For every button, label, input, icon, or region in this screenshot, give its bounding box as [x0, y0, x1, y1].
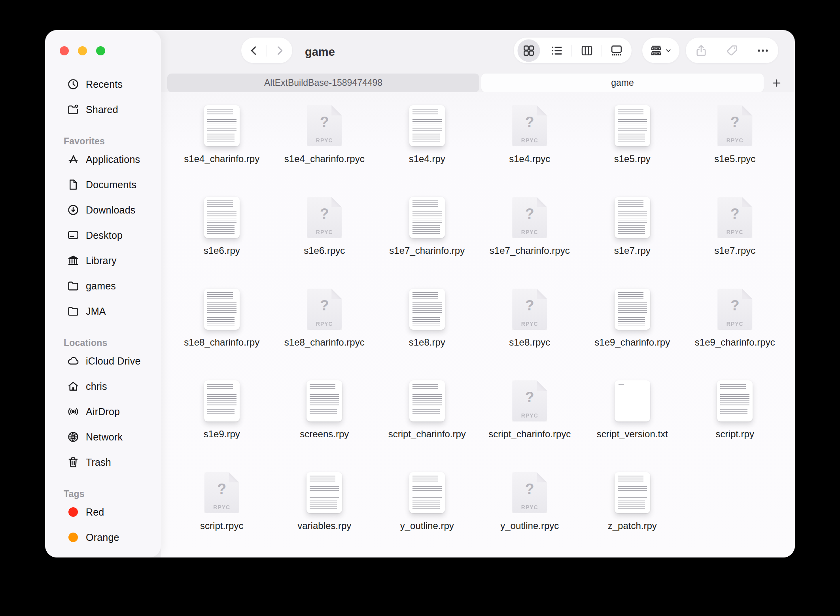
share-button[interactable]	[694, 38, 708, 63]
sidebar-item-label: chris	[86, 381, 107, 392]
file-item[interactable]: z_patch.rpy	[581, 469, 684, 557]
text-preview-document-icon	[409, 105, 445, 146]
file-item[interactable]: s1e5.rpy	[581, 102, 684, 194]
sidebar-item-games[interactable]: games	[45, 273, 161, 299]
file-name: s1e7_charinfo.rpy	[389, 244, 465, 257]
sidebar-item-trash[interactable]: Trash	[45, 450, 161, 475]
forward-button[interactable]	[267, 38, 292, 63]
file-item[interactable]: ?RPYCs1e9_charinfo.rpyc	[684, 286, 787, 378]
folded-corner	[537, 472, 547, 482]
file-name: script_charinfo.rpy	[388, 428, 466, 440]
file-item[interactable]: ?RPYCs1e7.rpyc	[684, 194, 787, 286]
text-preview-lines	[412, 486, 442, 497]
file-item[interactable]: ?RPYCs1e4.rpyc	[479, 102, 581, 194]
file-item[interactable]: ?RPYCs1e6.rpyc	[273, 194, 376, 286]
filetype-badge: RPYC	[717, 321, 752, 327]
gallery-view-button[interactable]	[603, 38, 630, 63]
file-item[interactable]: ?RPYCs1e5.rpyc	[684, 102, 787, 194]
text-preview-lines	[412, 409, 440, 418]
sidebar-item-desktop[interactable]: Desktop	[45, 223, 161, 248]
unknown-glyph: ?	[730, 114, 740, 130]
list-view-button[interactable]	[543, 38, 570, 63]
sidebar-item-orange[interactable]: Orange	[45, 525, 161, 550]
file-item[interactable]: s1e7.rpy	[581, 194, 684, 286]
file-item[interactable]: ?RPYCs1e8.rpyc	[479, 286, 581, 378]
grid-view-button[interactable]	[515, 38, 542, 63]
file-item[interactable]: y_outline.rpy	[376, 469, 479, 557]
tab-game[interactable]: game	[481, 74, 764, 92]
new-tab-button[interactable]	[766, 74, 788, 92]
file-item[interactable]: ?RPYCscript.rpyc	[170, 469, 273, 557]
file-item[interactable]: ?RPYCscript_charinfo.rpyc	[479, 378, 581, 469]
file-item[interactable]: ?RPYCs1e7_charinfo.rpyc	[479, 194, 581, 286]
tab-altextbuildbase-1589474498[interactable]: AltExtBuildBase-1589474498	[167, 74, 479, 92]
window-title: game	[305, 30, 335, 74]
sidebar-item-documents[interactable]: Documents	[45, 172, 161, 197]
grid-view-icon	[522, 44, 535, 57]
sidebar-item-red[interactable]: Red	[45, 499, 161, 525]
more-button[interactable]	[756, 38, 770, 63]
sidebar-item-icloud-drive[interactable]: iCloud Drive	[45, 348, 161, 374]
airdrop-icon	[66, 405, 80, 418]
view-separator	[571, 45, 572, 57]
columns-view-button[interactable]	[573, 38, 600, 63]
file-item[interactable]: s1e4.rpy	[376, 102, 479, 194]
placeholder-document-icon: ?RPYC	[512, 289, 547, 330]
text-preview-lines	[207, 200, 233, 208]
file-item[interactable]: s1e8.rpy	[376, 286, 479, 378]
rpyc-file-icon: ?RPYC	[512, 378, 547, 424]
file-item[interactable]: screens.rpy	[273, 378, 376, 469]
text-preview-lines	[412, 501, 440, 510]
bank-icon	[66, 254, 80, 267]
sidebar-item-label: iCloud Drive	[86, 355, 141, 367]
file-name: script.rpyc	[200, 520, 243, 532]
view-switcher	[514, 38, 632, 63]
file-item[interactable]: s1e8_charinfo.rpy	[170, 286, 273, 378]
placeholder-document-icon: ?RPYC	[717, 289, 752, 330]
text-preview-document-icon	[615, 289, 650, 330]
unknown-glyph: ?	[217, 481, 226, 497]
text-preview-lines	[618, 134, 645, 143]
minimize-button[interactable]	[78, 46, 87, 55]
file-name: z_patch.rpy	[608, 520, 657, 532]
sidebar-item-label: Network	[86, 431, 123, 443]
file-name: script.rpy	[716, 428, 754, 440]
file-item[interactable]: script_version.txt	[581, 378, 684, 469]
sidebar-item-network[interactable]: Network	[45, 424, 161, 450]
rpyc-file-icon: ?RPYC	[512, 194, 547, 241]
file-item[interactable]: ?RPYCs1e8_charinfo.rpyc	[273, 286, 376, 378]
file-item[interactable]: ?RPYCs1e4_charinfo.rpyc	[273, 102, 376, 194]
sidebar-item-applications[interactable]: Applications	[45, 147, 161, 172]
file-item[interactable]: variables.rpy	[273, 469, 376, 557]
file-item[interactable]: script_charinfo.rpy	[376, 378, 479, 469]
file-item[interactable]: script.rpy	[684, 378, 787, 469]
text-preview-lines	[618, 302, 647, 314]
file-item[interactable]: s1e6.rpy	[170, 194, 273, 286]
sidebar-item-library[interactable]: Library	[45, 248, 161, 273]
close-button[interactable]	[60, 46, 69, 55]
sidebar-item-airdrop[interactable]: AirDrop	[45, 399, 161, 424]
sidebar-item-recents[interactable]: Recents	[45, 72, 161, 97]
sidebar-item-downloads[interactable]: Downloads	[45, 197, 161, 223]
file-name: screens.rpy	[300, 428, 349, 440]
file-item[interactable]: s1e4_charinfo.rpy	[170, 102, 273, 194]
zoom-button[interactable]	[96, 46, 105, 55]
text-preview-document-icon	[409, 472, 445, 513]
file-item[interactable]: s1e9_charinfo.rpy	[581, 286, 684, 378]
sidebar-item-shared[interactable]: Shared	[45, 97, 161, 122]
file-item[interactable]: ?RPYCy_outline.rpyc	[479, 469, 581, 557]
tag-button[interactable]	[725, 38, 739, 63]
text-preview-lines	[412, 317, 440, 326]
file-item[interactable]: s1e7_charinfo.rpy	[376, 194, 479, 286]
sidebar-item-chris[interactable]: chris	[45, 374, 161, 399]
group-by-button[interactable]	[642, 38, 679, 63]
file-item[interactable]: s1e9.rpy	[170, 378, 273, 469]
rpyc-file-icon: ?RPYC	[717, 102, 752, 149]
text-preview-lines	[618, 501, 645, 510]
tab-label: AltExtBuildBase-1589474498	[264, 77, 382, 88]
download-circle-icon	[66, 203, 80, 217]
text-preview-lines	[310, 486, 339, 497]
sidebar-item-jma[interactable]: JMA	[45, 299, 161, 324]
back-button[interactable]	[241, 38, 267, 63]
text-preview-lines	[310, 476, 335, 483]
